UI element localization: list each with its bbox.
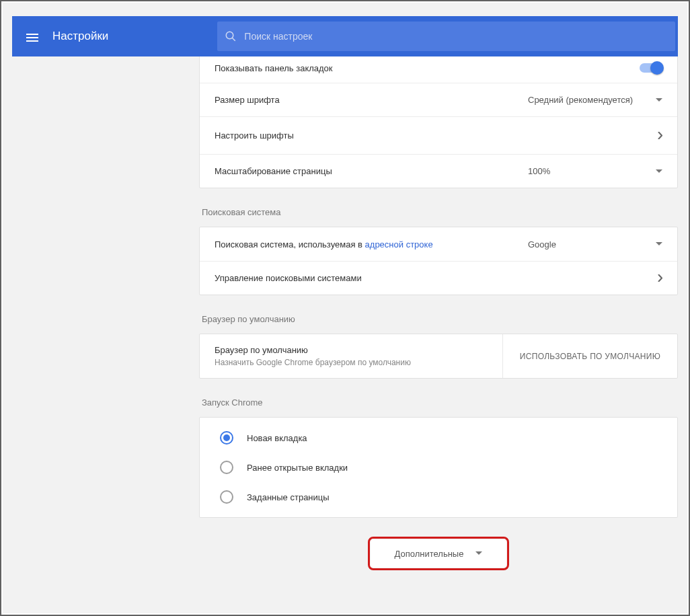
bookmarks-bar-row[interactable]: Показывать панель закладок [200,56,677,83]
customize-fonts-label: Настроить шрифты [215,130,658,141]
page-zoom-value: 100% [528,166,550,176]
bookmarks-bar-toggle[interactable] [640,63,662,73]
menu-button[interactable] [16,20,48,52]
search-engine-section-title: Поисковая система [202,207,678,217]
default-browser-text: Браузер по умолчанию Назначить Google Ch… [200,334,502,378]
appearance-card: Показывать панель закладок Размер шрифта… [199,56,678,188]
manage-search-engines-label: Управление поисковыми системами [215,273,658,283]
startup-option-label: Ранее открытые вкладки [247,463,348,473]
search-engine-dropdown[interactable]: Google [528,239,662,249]
startup-option-label: Заданные страницы [247,492,330,502]
radio-icon [220,490,233,504]
address-bar-link[interactable]: адресной строке [365,239,433,249]
advanced-button[interactable]: Дополнительные [368,537,509,570]
manage-search-engines-row[interactable]: Управление поисковыми системами [200,261,677,295]
search-icon [217,23,244,50]
page-title: Настройки [52,30,108,43]
search-input[interactable] [244,22,675,51]
startup-option-label: Новая вкладка [247,433,307,443]
hamburger-icon [26,32,38,41]
page-zoom-dropdown[interactable]: 100% [528,166,662,176]
settings-content: Показывать панель закладок Размер шрифта… [199,56,678,604]
font-size-row: Размер шрифта Средний (рекомендуется) [200,83,677,116]
startup-option-continue[interactable]: Ранее открытые вкладки [200,453,677,482]
caret-down-icon [475,551,482,555]
search-engine-label: Поисковая система, используемая в адресн… [215,239,528,249]
caret-down-icon [656,242,662,246]
svg-line-1 [233,38,236,41]
make-default-button[interactable]: ИСПОЛЬЗОВАТЬ ПО УМОЛЧАНИЮ [502,334,677,378]
caret-down-icon [656,169,662,174]
startup-card: Новая вкладка Ранее открытые вкладки Зад… [199,417,678,518]
default-browser-section-title: Браузер по умолчанию [202,314,678,324]
startup-section-title: Запуск Chrome [202,397,678,408]
search-engine-row: Поисковая система, используемая в адресн… [200,227,677,261]
default-browser-desc: Назначить Google Chrome браузером по умо… [215,358,488,367]
startup-option-specific[interactable]: Заданные страницы [200,482,677,512]
search-engine-card: Поисковая система, используемая в адресн… [199,227,678,295]
default-browser-title: Браузер по умолчанию [215,345,488,355]
chevron-right-icon [658,132,662,139]
bookmarks-bar-label: Показывать панель закладок [215,63,640,73]
font-size-value: Средний (рекомендуется) [528,95,633,105]
caret-down-icon [656,98,662,102]
search-engine-value: Google [528,239,556,249]
font-size-label: Размер шрифта [215,95,528,105]
page-zoom-row: Масштабирование страницы 100% [200,154,677,188]
customize-fonts-row[interactable]: Настроить шрифты [200,116,677,154]
default-browser-card: Браузер по умолчанию Назначить Google Ch… [199,334,678,379]
search-field-container[interactable] [217,22,675,51]
page-zoom-label: Масштабирование страницы [215,166,528,176]
advanced-label: Дополнительные [395,549,464,559]
svg-point-0 [227,32,234,39]
header-bar: Настройки [12,16,678,56]
startup-option-new-tab[interactable]: Новая вкладка [200,423,677,453]
radio-icon [220,431,233,445]
chevron-right-icon [658,274,662,282]
radio-icon [220,461,233,474]
font-size-dropdown[interactable]: Средний (рекомендуется) [528,95,662,105]
